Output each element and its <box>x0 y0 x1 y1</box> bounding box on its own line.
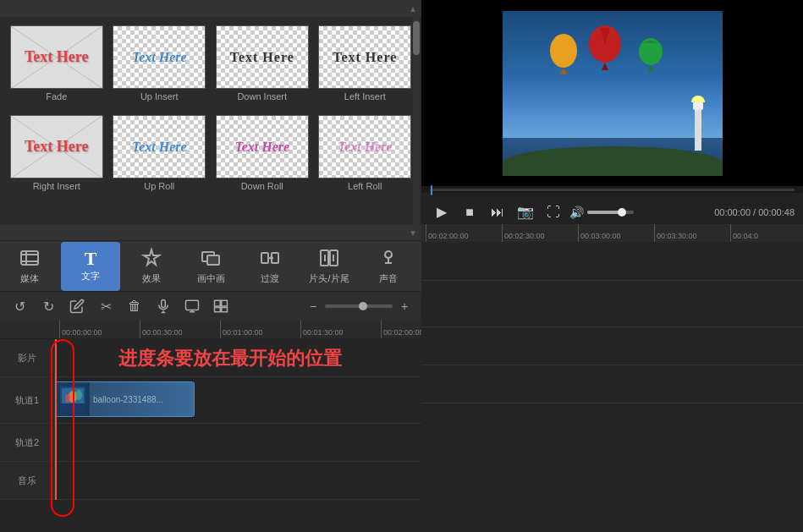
template-down-roll-label: Down Roll <box>241 181 283 191</box>
progress-bar[interactable] <box>430 189 795 191</box>
edit-button[interactable] <box>66 295 88 317</box>
template-right-insert-label: Right Insert <box>33 181 80 191</box>
balloon-middle <box>587 24 623 74</box>
text-icon: T <box>85 250 97 268</box>
undo-button[interactable]: ↺ <box>8 295 30 317</box>
toolbar-media[interactable]: 媒体 <box>0 242 59 291</box>
zoom-control: − + <box>305 298 413 315</box>
delete-button[interactable]: 🗑 <box>124 295 146 317</box>
svg-rect-9 <box>186 300 199 310</box>
overlay-icon <box>201 248 221 271</box>
fullscreen-button[interactable]: ⛶ <box>542 200 565 224</box>
right-timeline-ruler: 00:02:00:00 00:02:30:00 00:03:00:00 00:0… <box>421 224 803 243</box>
template-right-insert[interactable]: Text Here Right Insert <box>8 115 105 191</box>
toolbar-transition[interactable]: 过渡 <box>240 242 300 291</box>
toolbar-overlay-label: 画中画 <box>197 272 225 285</box>
scroll-up-icon[interactable]: ▲ <box>409 4 417 14</box>
progress-bar-area <box>421 186 803 193</box>
volume-icon[interactable]: 🔊 <box>569 206 584 219</box>
effects-icon <box>141 248 162 271</box>
track-2: 轨道2 <box>0 424 421 462</box>
template-left-insert-thumb[interactable]: Text Here <box>318 25 411 89</box>
music-track: 音乐 <box>0 462 421 500</box>
titles-icon <box>319 248 339 271</box>
right-ruler-mark-2: 00:03:00:00 <box>578 224 654 242</box>
right-film-track[interactable] <box>421 243 803 281</box>
right-music-track[interactable] <box>421 365 803 403</box>
audio-icon <box>378 248 399 271</box>
ruler-mark-1: 00:00:30:00 <box>140 321 220 338</box>
toolbar-audio[interactable]: 声音 <box>359 242 418 291</box>
template-fade-text: Text Here <box>25 48 88 66</box>
template-left-roll-thumb[interactable]: Text Here <box>318 115 411 178</box>
right-track-2[interactable] <box>421 327 803 365</box>
annotation-text: 进度条要放在最开始的位置 <box>118 346 342 371</box>
balloon-scene <box>503 11 723 176</box>
toolbar: 媒体 T 文字 效果 画中画 <box>0 240 421 291</box>
video-clip-thumbnail <box>56 382 90 416</box>
template-down-roll-thumb[interactable]: Text Here <box>216 115 309 178</box>
zoom-slider[interactable] <box>325 304 393 308</box>
screen-record-button[interactable] <box>181 295 203 317</box>
templates-scrollbar[interactable] <box>413 17 420 225</box>
volume-thumb[interactable] <box>618 208 626 217</box>
balloon-right <box>638 36 663 75</box>
video-clip[interactable]: balloon-2331488... <box>55 381 195 417</box>
music-track-content[interactable] <box>55 462 421 499</box>
template-up-insert[interactable]: Text Here Up Insert <box>112 25 208 101</box>
scrollbar-thumb[interactable] <box>413 21 420 55</box>
preview-video <box>503 11 723 176</box>
template-up-insert-text: Text Here <box>132 50 187 65</box>
template-left-insert-text: Text Here <box>333 50 397 65</box>
template-left-insert-label: Left Insert <box>344 91 386 101</box>
scroll-down-icon[interactable]: ▼ <box>409 228 417 238</box>
template-left-insert[interactable]: Text Here Left Insert <box>317 25 414 101</box>
toolbar-overlay[interactable]: 画中画 <box>181 242 240 291</box>
svg-rect-10 <box>215 300 221 306</box>
volume-slider[interactable] <box>587 211 634 214</box>
step-forward-button[interactable]: ⏭ <box>486 200 509 224</box>
redo-button[interactable]: ↻ <box>37 295 59 317</box>
template-fade-thumb[interactable]: Text Here <box>10 25 103 89</box>
toolbar-transition-label: 过渡 <box>261 272 279 285</box>
toolbar-text[interactable]: T 文字 <box>61 242 120 291</box>
template-up-roll-thumb[interactable]: Text Here <box>113 115 206 178</box>
template-right-insert-thumb[interactable]: Text Here <box>10 115 103 178</box>
templates-row-1: Text Here Fade Text Here Up Insert Text … <box>8 25 413 191</box>
template-left-roll[interactable]: Text Here Left Roll <box>317 115 414 191</box>
template-fade[interactable]: Text Here Fade <box>8 25 105 101</box>
zoom-minus-button[interactable]: − <box>305 298 322 315</box>
track-1-content[interactable]: balloon-2331488... <box>55 377 421 423</box>
right-track-1[interactable] <box>421 281 803 327</box>
layout-button[interactable] <box>210 295 232 317</box>
screenshot-button[interactable]: 📷 <box>514 200 537 224</box>
toolbar-effects[interactable]: 效果 <box>122 242 181 291</box>
svg-rect-12 <box>215 308 221 312</box>
film-track-content[interactable]: 进度条要放在最开始的位置 <box>55 339 421 376</box>
toolbar-text-label: 文字 <box>81 270 100 282</box>
track-2-label: 轨道2 <box>0 424 55 461</box>
template-up-insert-thumb[interactable]: Text Here <box>113 25 206 89</box>
ruler-mark-2: 00:01:00:00 <box>220 321 300 338</box>
track-2-content[interactable] <box>55 424 421 461</box>
play-button[interactable]: ▶ <box>430 200 454 224</box>
template-down-insert[interactable]: Text Here Down Insert <box>214 25 311 101</box>
timeline: 00:00:00:00 00:00:30:00 00:01:00:00 00:0… <box>0 321 421 532</box>
zoom-slider-thumb[interactable] <box>359 302 367 310</box>
zoom-plus-button[interactable]: + <box>396 298 413 315</box>
right-ruler-mark-3: 00:03:30:00 <box>654 224 730 242</box>
template-up-roll[interactable]: Text Here Up Roll <box>112 115 208 191</box>
toolbar-titles[interactable]: 片头/片尾 <box>300 242 359 291</box>
templates-area: Text Here Fade Text Here Up Insert Text … <box>0 17 421 191</box>
mic-button[interactable] <box>152 295 174 317</box>
template-down-roll[interactable]: Text Here Down Roll <box>214 115 311 191</box>
film-track-label: 影片 <box>0 339 55 376</box>
toolbar-effects-label: 效果 <box>142 272 161 285</box>
stop-button[interactable]: ■ <box>458 200 481 224</box>
video-clip-name: balloon-2331488... <box>90 395 167 404</box>
cut-button[interactable]: ✂ <box>95 295 117 317</box>
template-down-insert-thumb[interactable]: Text Here <box>216 25 309 89</box>
time-display: 00:00:00 / 00:00:48 <box>714 207 795 217</box>
svg-rect-19 <box>60 403 85 412</box>
templates-wrapper: Text Here Fade Text Here Up Insert Text … <box>0 17 421 225</box>
